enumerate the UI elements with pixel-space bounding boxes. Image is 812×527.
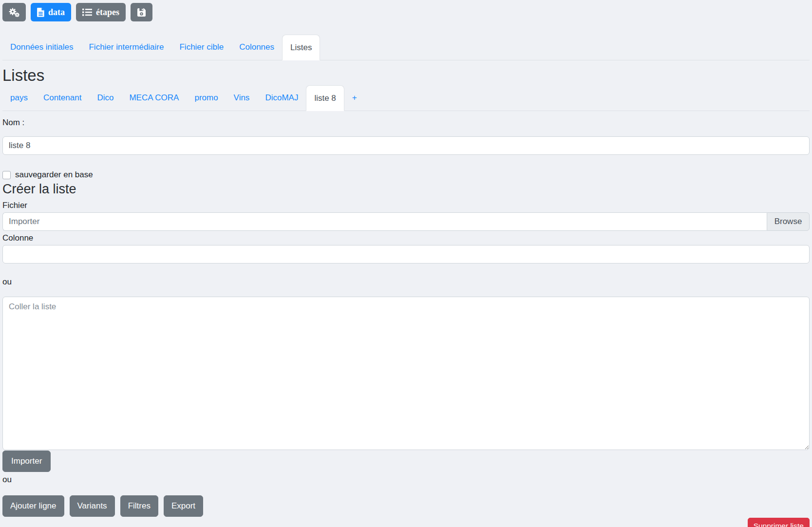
list-tab-add[interactable]: + xyxy=(344,85,365,111)
tab-fichier-cible[interactable]: Fichier cible xyxy=(171,35,231,60)
save-button[interactable] xyxy=(131,3,152,21)
etapes-button[interactable]: étapes xyxy=(76,3,126,21)
name-label: Nom : xyxy=(2,118,810,128)
delete-row: Supprimer liste xyxy=(2,518,810,527)
list-tab-liste-8[interactable]: liste 8 xyxy=(306,85,344,111)
list-tab-promo[interactable]: promo xyxy=(187,85,226,111)
file-input[interactable]: Importer Browse xyxy=(2,212,810,231)
browse-button[interactable]: Browse xyxy=(767,212,810,231)
tab-fichier-intermediaire[interactable]: Fichier intermédiaire xyxy=(81,35,171,60)
list-tab-bar: pays Contenant Dico MECA CORA promo Vins… xyxy=(2,85,810,111)
list-tab-dico[interactable]: Dico xyxy=(89,85,121,111)
list-tab-dicomaj[interactable]: DicoMAJ xyxy=(257,85,306,111)
list-tab-vins[interactable]: Vins xyxy=(226,85,258,111)
or-label-2: ou xyxy=(2,475,810,485)
data-button[interactable]: data xyxy=(31,3,71,21)
name-input[interactable] xyxy=(2,136,810,155)
save-in-base-label: sauvegarder en base xyxy=(15,170,93,180)
page-title: Listes xyxy=(2,66,810,85)
variants-button[interactable]: Variants xyxy=(70,495,115,517)
export-button[interactable]: Export xyxy=(164,495,203,517)
save-in-base-checkbox[interactable] xyxy=(2,171,11,179)
save-icon xyxy=(137,8,146,17)
settings-button[interactable] xyxy=(2,3,26,21)
file-label: Fichier xyxy=(2,201,810,210)
list-tab-contenant[interactable]: Contenant xyxy=(36,85,89,111)
actions-row: Ajouter ligne Variants Filtres Export xyxy=(2,495,810,517)
data-button-label: data xyxy=(48,7,65,18)
tab-donnees-initiales[interactable]: Données initiales xyxy=(2,35,81,60)
list-tab-pays[interactable]: pays xyxy=(2,85,36,111)
file-input-placeholder: Importer xyxy=(2,212,767,231)
save-in-base-row: sauvegarder en base xyxy=(2,170,810,180)
add-line-button[interactable]: Ajouter ligne xyxy=(2,495,64,517)
list-tab-meca-cora[interactable]: MECA CORA xyxy=(121,85,187,111)
column-label: Colonne xyxy=(2,233,810,243)
etapes-button-label: étapes xyxy=(96,7,119,18)
filters-button[interactable]: Filtres xyxy=(120,495,158,517)
cogs-icon xyxy=(9,8,19,17)
tab-listes[interactable]: Listes xyxy=(282,35,320,60)
delete-list-button[interactable]: Supprimer liste xyxy=(748,518,810,527)
file-icon xyxy=(37,8,44,17)
tab-colonnes[interactable]: Colonnes xyxy=(231,35,282,60)
or-label-1: ou xyxy=(2,277,810,287)
list-icon xyxy=(82,8,92,16)
main-tab-bar: Données initiales Fichier intermédiaire … xyxy=(2,35,810,60)
create-list-heading: Créer la liste xyxy=(2,181,810,197)
column-input[interactable] xyxy=(2,245,810,264)
import-button[interactable]: Importer xyxy=(2,451,51,472)
toolbar: data étapes xyxy=(2,3,810,21)
paste-list-textarea[interactable] xyxy=(2,297,810,450)
